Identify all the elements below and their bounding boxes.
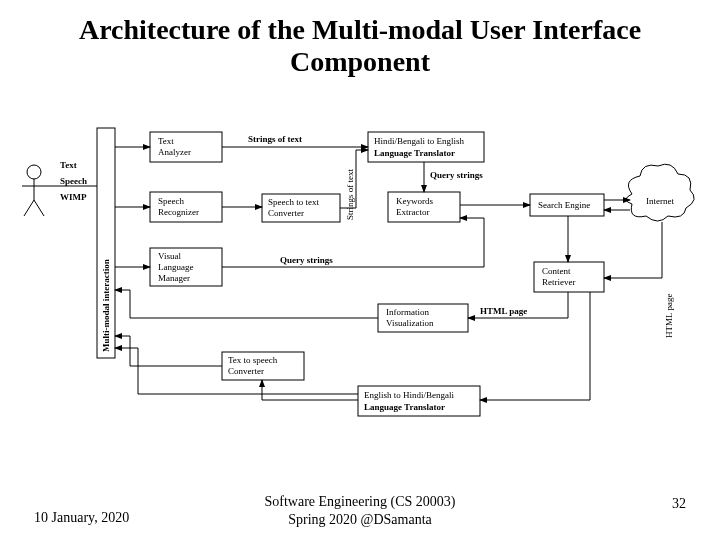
input-wimp-label: WIMP [60, 192, 87, 202]
translator-in-l2: Language Translator [374, 148, 455, 158]
internet-cloud [626, 164, 694, 221]
mmi-label: Multi-modal interaction [101, 259, 111, 352]
translator-out-l2: Language Translator [364, 402, 445, 412]
query-strings-top: Query strings [430, 170, 483, 180]
info-viz-label: InformationVisualization [386, 307, 434, 328]
translator-out-l1: English to Hindi/Bengali [364, 390, 454, 400]
query-strings-mid: Query strings [280, 255, 333, 265]
footer-center: Software Engineering (CS 20003) Spring 2… [0, 493, 720, 528]
svg-line-3 [24, 200, 34, 216]
svg-point-0 [27, 165, 41, 179]
keywords-extractor-label: KeywordsExtractor [396, 196, 433, 217]
internet-label: Internet [646, 196, 674, 206]
input-text-label: Text [60, 160, 77, 170]
footer-page-number: 32 [672, 496, 686, 512]
content-retriever-label: ContentRetriever [542, 266, 575, 287]
html-page-h: HTML page [480, 306, 527, 316]
search-engine-label: Search Engine [538, 200, 590, 210]
html-page-v: HTML page [664, 294, 674, 338]
strings-of-text-v: Strings of text [345, 169, 355, 220]
input-speech-label: Speech [60, 176, 87, 186]
strings-of-text-h: Strings of text [248, 134, 302, 144]
architecture-diagram: Text Speech WIMP Multi-modal interaction… [0, 90, 720, 490]
svg-line-4 [34, 200, 44, 216]
user-icon [22, 165, 46, 216]
page-title: Architecture of the Multi-modal User Int… [0, 0, 720, 78]
translator-in-l1: Hindi/Bengali to English [374, 136, 464, 146]
